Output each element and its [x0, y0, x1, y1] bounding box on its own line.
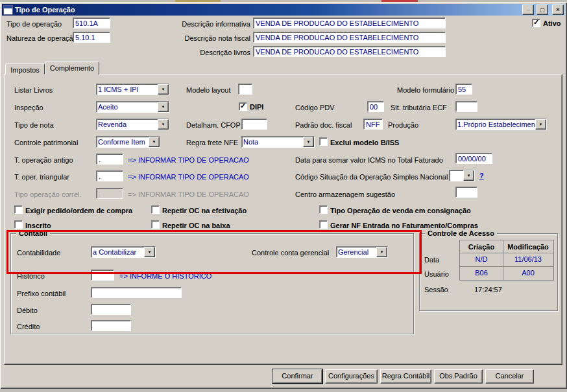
dipi-label: DIPI — [250, 103, 263, 111]
chevron-down-icon[interactable] — [376, 247, 387, 257]
configuracoes-button[interactable]: Configurações — [325, 369, 378, 384]
codigo-pdv-field[interactable]: 00 — [367, 101, 384, 112]
chevron-down-icon[interactable] — [144, 247, 155, 257]
detalham-cfop-field[interactable] — [241, 119, 267, 130]
repetir-oc-efetivacao-label: Repetir OC na efetivação — [162, 207, 247, 215]
t-oper-triangular-field[interactable]: . — [96, 170, 123, 181]
modelo-layout-label: Modelo layout — [186, 86, 231, 95]
window-icon — [3, 5, 13, 15]
inspecao-select[interactable]: Aceito — [96, 101, 169, 113]
producao-select[interactable]: 1.Próprio Estabelecimen — [455, 119, 547, 130]
contabilidade-value: a Contabilizar — [91, 247, 144, 257]
regra-frete-nfe-value: Nota — [242, 137, 303, 147]
tab-impostos[interactable]: Impostos — [5, 63, 45, 75]
ativo-checkbox[interactable] — [532, 19, 540, 27]
descricao-nota-fiscal-field[interactable]: VENDA DE PRODUCAO DO ESTABELECIMENTO — [253, 32, 446, 43]
chevron-down-icon[interactable] — [158, 102, 169, 112]
data-somar-icms-field[interactable]: 00/00/00 — [455, 153, 492, 164]
acesso-sessao-value: 17:24:57 — [474, 286, 502, 294]
contabil-group-title: Contábil — [16, 229, 50, 237]
acesso-data-modificacao: 11/06/13 — [503, 253, 554, 267]
dipi-checkbox[interactable] — [239, 102, 247, 111]
tipo-operacao-label: Tipo de operação — [6, 20, 62, 29]
controle-conta-gerencial-select[interactable]: Gerencial — [336, 246, 388, 258]
inspecao-value: Aceito — [97, 102, 158, 112]
simples-nacional-help-link[interactable]: ? — [479, 172, 484, 180]
acesso-usuario-modificacao: A00 — [503, 266, 554, 281]
gerar-nf-entrada-checkbox[interactable] — [319, 220, 328, 229]
detalham-cfop-label: Detalham. CFOP — [186, 121, 241, 130]
modelo-formulario-label: Modelo formulário — [397, 86, 454, 95]
confirmar-button[interactable]: Confirmar — [272, 369, 322, 384]
repetir-oc-baixa-label: Repetir OC na baixa — [162, 222, 230, 230]
repetir-oc-efetivacao-checkbox[interactable] — [151, 205, 160, 214]
centro-armazenagem-field[interactable] — [455, 187, 477, 198]
sit-tributaria-ecf-field[interactable] — [455, 101, 477, 112]
close-button[interactable] — [552, 5, 564, 15]
maximize-button[interactable] — [537, 5, 548, 15]
regra-frete-nfe-label: Regra frete NFE — [186, 139, 238, 147]
contabilidade-label: Contabilidade — [17, 249, 60, 257]
acesso-row-data-label: Data — [424, 256, 439, 264]
exclui-modelo-biss-label: Exclui modelo B/ISS — [330, 139, 399, 147]
descricao-livros-field[interactable]: VENDA DE PRODUCAO DO ESTABELECIMENTO — [253, 46, 446, 57]
t-operacao-antigo-field[interactable]: . — [96, 154, 123, 165]
chevron-down-icon[interactable] — [158, 119, 169, 130]
producao-label: Produção — [388, 121, 418, 130]
codigo-pdv-label: Código PDV — [295, 104, 335, 112]
credito-label: Crédito — [17, 323, 40, 331]
regra-contabil-button[interactable]: Regra Contábil — [380, 369, 431, 384]
prefixo-contabil-field[interactable] — [91, 287, 182, 298]
tipo-de-nota-select[interactable]: Revenda — [96, 119, 169, 130]
padrao-doc-fiscal-field[interactable]: NFF — [363, 119, 383, 130]
minimize-button[interactable] — [522, 5, 534, 15]
exclui-modelo-biss-checkbox[interactable] — [319, 137, 328, 146]
chevron-down-icon[interactable] — [535, 119, 546, 130]
natureza-operacao-label: Natureza de operação — [6, 34, 77, 43]
chevron-down-icon[interactable] — [149, 137, 160, 147]
t-oper-triangular-label: T. oper. triangular — [14, 173, 69, 181]
acesso-col-criacao: Criação — [459, 240, 503, 253]
t-operacao-antigo-label: T. operação antigo — [14, 156, 73, 165]
historico-field[interactable] — [91, 270, 114, 281]
controle-acesso-group-title: Controle de Acesso — [425, 229, 497, 237]
descricao-informativa-field[interactable]: VENDA DE PRODUCAO DO ESTABELECIMENTO — [253, 17, 446, 29]
chevron-down-icon[interactable] — [303, 137, 314, 147]
historico-label: Histórico — [17, 272, 45, 281]
regra-frete-nfe-select[interactable]: Nota — [241, 136, 315, 148]
chevron-down-icon[interactable] — [158, 84, 169, 95]
cod-situacao-simples-select[interactable] — [449, 170, 475, 181]
modelo-formulario-field[interactable]: 55 — [455, 84, 472, 95]
tipo-de-nota-value: Revenda — [97, 119, 158, 130]
natureza-operacao-field[interactable]: 5.10.1 — [73, 32, 110, 43]
descricao-livros-label: Descrição livros — [162, 49, 250, 57]
debito-field[interactable] — [91, 304, 131, 315]
tipo-op-venda-consignacao-label: Tipo Operação de venda em consignação — [330, 207, 471, 215]
ativo-label: Ativo — [543, 19, 561, 28]
tipo-op-venda-consignacao-checkbox[interactable] — [319, 205, 328, 214]
contabilidade-select[interactable]: a Contabilizar — [91, 246, 156, 258]
obs-padrao-button[interactable]: Obs.Padrão — [434, 369, 483, 384]
inscrito-checkbox[interactable] — [14, 220, 23, 229]
t-operacao-antigo-hint: => INFORMAR TIPO DE OPERACAO — [128, 156, 249, 165]
repetir-oc-baixa-checkbox[interactable] — [151, 220, 160, 229]
credito-field[interactable] — [91, 320, 131, 331]
exigir-pedido-checkbox[interactable] — [14, 205, 23, 214]
tipo-operacao-correl-label: Tipo operação correl. — [14, 190, 82, 199]
controle-patrimonial-select[interactable]: Conforme Item — [96, 136, 160, 148]
chevron-down-icon[interactable] — [463, 170, 474, 181]
titlebar[interactable]: Tipo de Operação — [2, 4, 565, 16]
historico-hint: => INFORME O HISTORICO — [119, 272, 211, 281]
acesso-col-modificacao: Modificação — [503, 240, 554, 253]
cancelar-button[interactable]: Cancelar — [485, 369, 534, 384]
descricao-informativa-label: Descrição informativa — [162, 20, 250, 29]
screen: Tipo de Operação Tipo de operação 510.1A… — [0, 0, 567, 392]
sit-tributaria-ecf-label: Sit. tributária ECF — [391, 104, 447, 112]
controle-patrimonial-label: Controle patrimonial — [14, 139, 78, 147]
tipo-operacao-field[interactable]: 510.1A — [73, 17, 110, 29]
listar-livros-select[interactable]: 1 ICMS + IPI — [96, 84, 169, 95]
controle-conta-gerencial-label: Controle conta gerencial — [252, 249, 329, 257]
tab-complemento[interactable]: Complemento — [45, 62, 99, 75]
modelo-layout-field[interactable] — [238, 84, 252, 95]
acesso-usuario-criacao: B06 — [459, 266, 503, 281]
